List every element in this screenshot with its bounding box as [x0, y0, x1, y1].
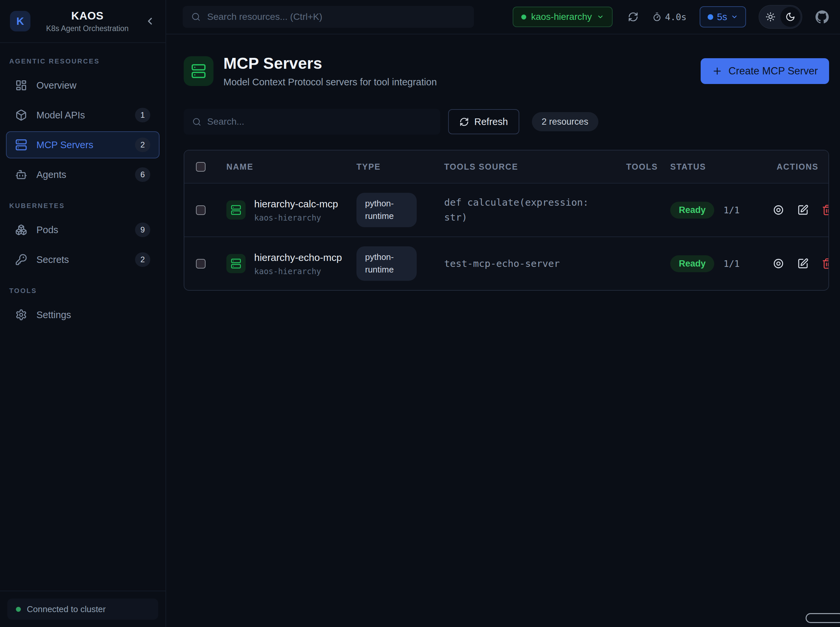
- column-header-tools: TOOLS: [626, 162, 670, 172]
- edit-icon: [797, 204, 808, 216]
- column-header-name: NAME: [226, 162, 357, 172]
- server-name: hierarchy-calc-mcp: [254, 197, 338, 211]
- status-badge: Ready: [670, 202, 714, 219]
- boxes-icon: [15, 224, 27, 236]
- count-badge: 6: [135, 167, 150, 182]
- sidebar-item-label: Secrets: [36, 254, 69, 265]
- timer-icon: [652, 12, 662, 22]
- sidebar-nav: AGENTIC RESOURCES Overview Model APIs 1 …: [0, 43, 166, 591]
- connected-dot-icon: [16, 607, 21, 612]
- count-badge: 2: [135, 252, 150, 267]
- replica-count: 1/1: [723, 258, 740, 269]
- server-namespace: kaos-hierarchy: [254, 213, 338, 222]
- edit-button[interactable]: [797, 258, 808, 269]
- global-search-input[interactable]: [207, 11, 465, 22]
- table-header-row: NAME TYPE TOOLS SOURCE TOOLS STATUS ACTI…: [184, 150, 828, 183]
- search-icon: [192, 117, 201, 126]
- dark-theme-button[interactable]: [780, 7, 800, 27]
- sidebar-footer: Connected to cluster: [0, 591, 166, 627]
- search-icon: [191, 12, 201, 22]
- connection-status-text: Connected to cluster: [27, 604, 106, 614]
- server-icon: [226, 254, 246, 273]
- count-badge: 9: [135, 222, 150, 237]
- count-badge: 2: [135, 137, 150, 152]
- sidebar-item-label: Settings: [36, 310, 71, 320]
- sidebar-item-label: Pods: [36, 225, 58, 235]
- namespace-selector[interactable]: kaos-hierarchy: [513, 6, 613, 27]
- count-badge: 1: [135, 108, 150, 122]
- topbar: kaos-hierarchy 4.0s 5s: [166, 0, 840, 35]
- server-icon: [15, 139, 27, 151]
- sidebar-item-pods[interactable]: Pods 9: [6, 216, 159, 243]
- sun-icon: [766, 12, 775, 22]
- edit-button[interactable]: [797, 204, 808, 216]
- sidebar-item-model-apis[interactable]: Model APIs 1: [6, 101, 159, 129]
- view-button[interactable]: [773, 258, 784, 269]
- interval-dot-icon: [707, 14, 713, 20]
- global-search[interactable]: [183, 6, 474, 28]
- sidebar-item-label: Agents: [36, 169, 66, 180]
- sidebar-item-label: Overview: [36, 80, 76, 91]
- trash-icon: [822, 204, 829, 216]
- row-checkbox[interactable]: [196, 205, 205, 215]
- eye-icon: [773, 204, 784, 216]
- key-icon: [15, 254, 27, 266]
- github-icon[interactable]: [816, 10, 829, 24]
- bot-icon: [15, 169, 27, 181]
- select-all-checkbox[interactable]: [196, 162, 205, 172]
- delete-button[interactable]: [822, 258, 829, 269]
- tools-source: def calculate(expression: str): [444, 195, 603, 225]
- replica-count: 1/1: [723, 205, 740, 215]
- refresh-duration-value: 4.0s: [665, 12, 687, 22]
- type-badge: python-runtime: [357, 193, 417, 227]
- sidebar-collapse-button[interactable]: [144, 16, 156, 27]
- create-mcp-server-button[interactable]: Create MCP Server: [701, 58, 829, 84]
- sidebar-item-label: MCP Servers: [36, 140, 93, 150]
- column-header-status: STATUS: [670, 162, 773, 172]
- table-row: hierarchy-echo-mcp kaos-hierarchy python…: [184, 236, 828, 290]
- section-label-kubernetes: KUBERNETES: [9, 202, 156, 210]
- type-badge: python-runtime: [357, 246, 417, 280]
- namespace-name: kaos-hierarchy: [531, 11, 592, 22]
- horizontal-scrollbar[interactable]: [805, 613, 840, 623]
- server-namespace: kaos-hierarchy: [254, 267, 342, 276]
- eye-icon: [773, 258, 784, 269]
- refresh-icon[interactable]: [628, 11, 638, 22]
- sidebar: K KAOS K8s Agent Orchestration AGENTIC R…: [0, 0, 166, 627]
- column-header-actions: ACTIONS: [773, 162, 828, 172]
- light-theme-button[interactable]: [761, 7, 780, 27]
- sidebar-header: K KAOS K8s Agent Orchestration: [0, 0, 166, 43]
- table-row: hierarchy-calc-mcp kaos-hierarchy python…: [184, 183, 828, 236]
- sidebar-item-label: Model APIs: [36, 110, 85, 121]
- poll-interval-selector[interactable]: 5s: [699, 6, 746, 27]
- app-logo-letter: K: [16, 15, 24, 27]
- resource-search-input[interactable]: [207, 117, 432, 127]
- sidebar-item-mcp-servers[interactable]: MCP Servers 2: [6, 131, 159, 158]
- app-name: KAOS: [30, 9, 144, 22]
- sidebar-item-agents[interactable]: Agents 6: [6, 161, 159, 188]
- row-checkbox[interactable]: [196, 259, 205, 269]
- server-icon: [191, 63, 206, 79]
- server-icon: [226, 200, 246, 220]
- status-badge: Ready: [670, 255, 714, 272]
- cube-icon: [15, 109, 27, 121]
- section-label-agentic-resources: AGENTIC RESOURCES: [9, 58, 156, 65]
- page-title: MCP Servers: [223, 54, 437, 72]
- refresh-button-label: Refresh: [474, 117, 508, 127]
- tools-source: test-mcp-echo-server: [444, 256, 603, 271]
- sidebar-item-secrets[interactable]: Secrets 2: [6, 246, 159, 273]
- app-subtitle: K8s Agent Orchestration: [30, 24, 144, 33]
- refresh-button[interactable]: Refresh: [448, 109, 519, 134]
- resource-search[interactable]: [184, 109, 440, 135]
- column-header-type: TYPE: [357, 162, 444, 172]
- sidebar-item-settings[interactable]: Settings: [6, 301, 159, 328]
- chevron-down-icon: [731, 13, 738, 20]
- view-button[interactable]: [773, 204, 784, 216]
- poll-interval-value: 5s: [717, 11, 727, 22]
- delete-button[interactable]: [822, 204, 829, 216]
- edit-icon: [797, 258, 808, 269]
- theme-toggle: [759, 5, 802, 29]
- sidebar-item-overview[interactable]: Overview: [6, 72, 159, 99]
- refresh-icon: [459, 117, 469, 127]
- main-content: MCP Servers Model Context Protocol serve…: [166, 35, 840, 627]
